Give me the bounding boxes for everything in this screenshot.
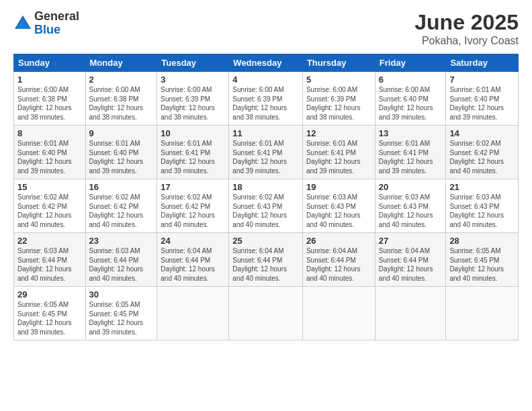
day-number: 13 xyxy=(379,128,443,138)
logo: General Blue xyxy=(13,10,79,37)
day-number: 26 xyxy=(306,236,371,246)
day-info: Sunrise: 6:01 AMSunset: 6:40 PMDaylight:… xyxy=(89,139,154,175)
empty-cell xyxy=(302,287,375,340)
day-info: Sunrise: 6:04 AMSunset: 6:44 PMDaylight:… xyxy=(379,246,443,283)
day-number: 17 xyxy=(161,182,225,192)
empty-cell xyxy=(157,287,229,340)
page: General Blue June 2025 Pokaha, Ivory Coa… xyxy=(0,0,532,411)
header-sunday: Sunday xyxy=(14,54,86,72)
calendar-row-4: 22 Sunrise: 6:03 AMSunset: 6:44 PMDaylig… xyxy=(14,233,519,287)
day-number: 29 xyxy=(17,289,82,300)
header-thursday: Thursday xyxy=(302,54,375,72)
day-number: 6 xyxy=(379,75,443,85)
day-info: Sunrise: 6:02 AMSunset: 6:43 PMDaylight:… xyxy=(232,193,299,229)
day-cell-19: 19 Sunrise: 6:03 AMSunset: 6:43 PMDaylig… xyxy=(302,179,375,233)
day-info: Sunrise: 6:00 AMSunset: 6:40 PMDaylight:… xyxy=(379,85,443,122)
day-number: 12 xyxy=(306,128,371,138)
day-info: Sunrise: 6:01 AMSunset: 6:41 PMDaylight:… xyxy=(232,139,299,175)
day-cell-4: 4 Sunrise: 6:00 AMSunset: 6:39 PMDayligh… xyxy=(229,72,303,126)
day-info: Sunrise: 6:01 AMSunset: 6:41 PMDaylight:… xyxy=(379,139,443,175)
day-info: Sunrise: 6:03 AMSunset: 6:43 PMDaylight:… xyxy=(306,193,371,229)
day-number: 21 xyxy=(449,182,515,192)
day-cell-20: 20 Sunrise: 6:03 AMSunset: 6:43 PMDaylig… xyxy=(375,179,446,233)
day-cell-21: 21 Sunrise: 6:03 AMSunset: 6:43 PMDaylig… xyxy=(446,179,519,233)
day-info: Sunrise: 6:03 AMSunset: 6:44 PMDaylight:… xyxy=(17,246,82,283)
calendar-table: Sunday Monday Tuesday Wednesday Thursday… xyxy=(13,54,519,340)
day-number: 23 xyxy=(89,236,154,246)
day-number: 14 xyxy=(449,128,515,138)
day-info: Sunrise: 6:05 AMSunset: 6:45 PMDaylight:… xyxy=(449,246,515,283)
day-number: 19 xyxy=(306,182,371,192)
day-cell-15: 15 Sunrise: 6:02 AMSunset: 6:42 PMDaylig… xyxy=(14,179,86,233)
page-title: June 2025 xyxy=(414,10,519,35)
page-subtitle: Pokaha, Ivory Coast xyxy=(414,35,519,47)
day-info: Sunrise: 6:03 AMSunset: 6:43 PMDaylight:… xyxy=(449,193,515,229)
calendar-row-2: 8 Sunrise: 6:01 AMSunset: 6:40 PMDayligh… xyxy=(14,126,519,179)
day-cell-5: 5 Sunrise: 6:00 AMSunset: 6:39 PMDayligh… xyxy=(302,72,375,126)
day-info: Sunrise: 6:02 AMSunset: 6:42 PMDaylight:… xyxy=(17,193,82,229)
day-cell-28: 28 Sunrise: 6:05 AMSunset: 6:45 PMDaylig… xyxy=(446,233,519,287)
calendar-row-5: 29 Sunrise: 6:05 AMSunset: 6:45 PMDaylig… xyxy=(14,287,519,340)
day-info: Sunrise: 6:04 AMSunset: 6:44 PMDaylight:… xyxy=(232,246,299,283)
day-info: Sunrise: 6:01 AMSunset: 6:41 PMDaylight:… xyxy=(306,139,371,175)
day-info: Sunrise: 6:02 AMSunset: 6:42 PMDaylight:… xyxy=(161,193,225,229)
logo-icon xyxy=(13,14,32,33)
day-info: Sunrise: 6:00 AMSunset: 6:39 PMDaylight:… xyxy=(306,85,371,122)
header-monday: Monday xyxy=(85,54,157,72)
day-info: Sunrise: 6:04 AMSunset: 6:44 PMDaylight:… xyxy=(161,246,225,283)
day-info: Sunrise: 6:04 AMSunset: 6:44 PMDaylight:… xyxy=(306,246,371,283)
logo-blue-text: Blue xyxy=(34,24,79,37)
day-info: Sunrise: 6:02 AMSunset: 6:42 PMDaylight:… xyxy=(449,139,515,175)
day-number: 22 xyxy=(17,236,82,246)
day-cell-25: 25 Sunrise: 6:04 AMSunset: 6:44 PMDaylig… xyxy=(229,233,303,287)
header: General Blue June 2025 Pokaha, Ivory Coa… xyxy=(13,10,519,47)
day-cell-14: 14 Sunrise: 6:02 AMSunset: 6:42 PMDaylig… xyxy=(446,126,519,179)
day-cell-7: 7 Sunrise: 6:01 AMSunset: 6:40 PMDayligh… xyxy=(446,72,519,126)
header-saturday: Saturday xyxy=(446,54,519,72)
day-cell-24: 24 Sunrise: 6:04 AMSunset: 6:44 PMDaylig… xyxy=(157,233,229,287)
day-info: Sunrise: 6:05 AMSunset: 6:45 PMDaylight:… xyxy=(89,300,154,336)
day-info: Sunrise: 6:00 AMSunset: 6:39 PMDaylight:… xyxy=(232,85,299,122)
calendar-header-row: Sunday Monday Tuesday Wednesday Thursday… xyxy=(14,54,519,72)
day-number: 18 xyxy=(232,182,299,192)
day-cell-10: 10 Sunrise: 6:01 AMSunset: 6:41 PMDaylig… xyxy=(157,126,229,179)
day-number: 10 xyxy=(161,128,225,138)
day-cell-2: 2 Sunrise: 6:00 AMSunset: 6:38 PMDayligh… xyxy=(85,72,157,126)
day-number: 9 xyxy=(89,128,154,138)
day-info: Sunrise: 6:00 AMSunset: 6:38 PMDaylight:… xyxy=(17,85,82,122)
title-block: June 2025 Pokaha, Ivory Coast xyxy=(414,10,519,47)
day-cell-6: 6 Sunrise: 6:00 AMSunset: 6:40 PMDayligh… xyxy=(375,72,446,126)
empty-cell xyxy=(446,287,519,340)
day-number: 4 xyxy=(232,75,299,85)
day-info: Sunrise: 6:01 AMSunset: 6:41 PMDaylight:… xyxy=(161,139,225,175)
day-info: Sunrise: 6:00 AMSunset: 6:39 PMDaylight:… xyxy=(161,85,225,122)
day-number: 7 xyxy=(449,75,515,85)
day-number: 3 xyxy=(161,75,225,85)
day-cell-13: 13 Sunrise: 6:01 AMSunset: 6:41 PMDaylig… xyxy=(375,126,446,179)
day-cell-30: 30 Sunrise: 6:05 AMSunset: 6:45 PMDaylig… xyxy=(85,287,157,340)
day-number: 20 xyxy=(379,182,443,192)
day-number: 28 xyxy=(449,236,515,246)
day-number: 5 xyxy=(306,75,371,85)
day-info: Sunrise: 6:00 AMSunset: 6:38 PMDaylight:… xyxy=(89,85,154,122)
day-cell-1: 1 Sunrise: 6:00 AMSunset: 6:38 PMDayligh… xyxy=(14,72,86,126)
day-number: 24 xyxy=(161,236,225,246)
day-number: 25 xyxy=(232,236,299,246)
day-number: 30 xyxy=(89,289,154,300)
day-cell-29: 29 Sunrise: 6:05 AMSunset: 6:45 PMDaylig… xyxy=(14,287,86,340)
calendar-row-1: 1 Sunrise: 6:00 AMSunset: 6:38 PMDayligh… xyxy=(14,72,519,126)
day-cell-16: 16 Sunrise: 6:02 AMSunset: 6:42 PMDaylig… xyxy=(85,179,157,233)
day-number: 2 xyxy=(89,75,154,85)
logo-text: General Blue xyxy=(34,10,79,37)
header-tuesday: Tuesday xyxy=(157,54,229,72)
day-cell-23: 23 Sunrise: 6:03 AMSunset: 6:44 PMDaylig… xyxy=(85,233,157,287)
day-cell-8: 8 Sunrise: 6:01 AMSunset: 6:40 PMDayligh… xyxy=(14,126,86,179)
logo-general-text: General xyxy=(34,10,79,24)
day-cell-26: 26 Sunrise: 6:04 AMSunset: 6:44 PMDaylig… xyxy=(302,233,375,287)
day-info: Sunrise: 6:03 AMSunset: 6:43 PMDaylight:… xyxy=(379,193,443,229)
day-cell-17: 17 Sunrise: 6:02 AMSunset: 6:42 PMDaylig… xyxy=(157,179,229,233)
day-cell-3: 3 Sunrise: 6:00 AMSunset: 6:39 PMDayligh… xyxy=(157,72,229,126)
header-wednesday: Wednesday xyxy=(229,54,303,72)
calendar-row-3: 15 Sunrise: 6:02 AMSunset: 6:42 PMDaylig… xyxy=(14,179,519,233)
day-info: Sunrise: 6:01 AMSunset: 6:40 PMDaylight:… xyxy=(449,85,515,122)
